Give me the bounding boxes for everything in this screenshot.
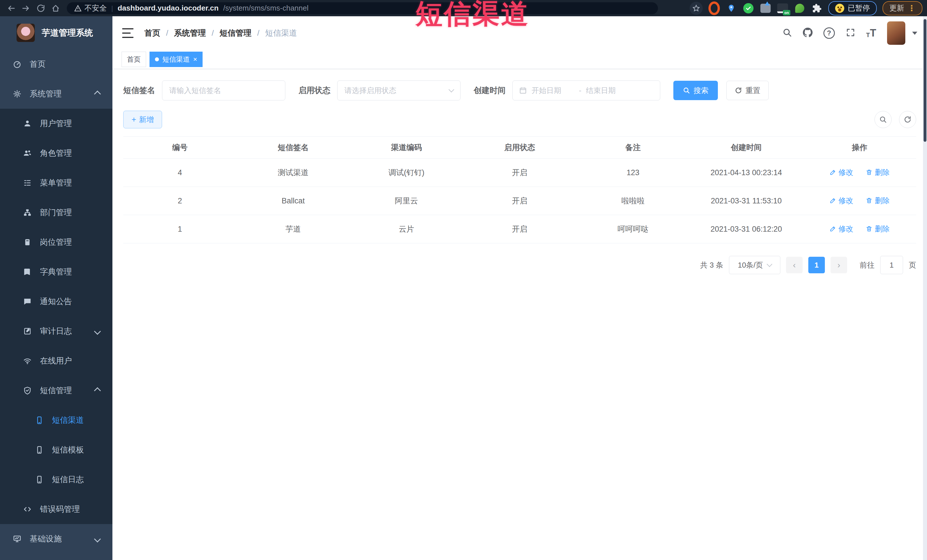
sidebar-item-system[interactable]: 系统管理 — [0, 79, 112, 109]
font-size-icon[interactable]: TT — [866, 28, 876, 38]
url-host: dashboard.yudao.iocoder.cn — [117, 4, 219, 12]
breadcrumb-system[interactable]: 系统管理 — [174, 28, 206, 38]
table-toolbar: 新增 — [123, 111, 916, 128]
extensions-puzzle-icon[interactable] — [811, 3, 822, 14]
reset-button[interactable]: 重置 — [726, 81, 769, 100]
browser-update-button[interactable]: 更新 — [883, 1, 922, 15]
browser-extensions-area: on 已暂停 更新 — [660, 1, 922, 15]
toggle-search-button[interactable] — [874, 111, 892, 128]
search-icon — [683, 87, 690, 94]
sidebar-item-dicts[interactable]: 字典管理 — [0, 257, 112, 287]
refresh-table-button[interactable] — [899, 111, 916, 128]
breadcrumb-home[interactable]: 首页 — [144, 28, 160, 38]
table-row: 2 Ballcat 阿里云 开启 啦啦啦 2021-03-31 11:53:10… — [123, 187, 916, 215]
extension-switch-icon[interactable]: on — [777, 3, 788, 14]
overlay-page-title: 短信渠道 — [415, 0, 530, 29]
next-page-button[interactable] — [831, 257, 847, 273]
sidebar-item-posts[interactable]: 岗位管理 — [0, 228, 112, 257]
security-warning[interactable]: 不安全 — [74, 3, 107, 13]
extension-check-icon[interactable] — [743, 3, 754, 14]
sidebar-collapse-icon[interactable] — [122, 28, 134, 38]
help-icon[interactable] — [824, 27, 835, 39]
address-bar[interactable]: 不安全 | dashboard.yudao.iocoder.cn/system/… — [67, 2, 658, 14]
user-avatar[interactable] — [887, 21, 905, 45]
bookmark-star-icon[interactable] — [690, 2, 703, 15]
total-count: 共 3 条 — [700, 260, 723, 270]
goto-page-input[interactable] — [880, 256, 903, 274]
badge-icon — [23, 238, 32, 247]
sidebar-item-depts[interactable]: 部门管理 — [0, 198, 112, 228]
sidebar-item-notices[interactable]: 通知公告 — [0, 287, 112, 316]
status-placeholder: 请选择启用状态 — [344, 86, 396, 96]
tab-sms-channel[interactable]: 短信渠道 — [149, 52, 202, 67]
prev-page-button[interactable] — [786, 257, 802, 273]
breadcrumb-separator: / — [166, 29, 168, 38]
date-range-picker[interactable]: - — [512, 80, 660, 100]
navbar-actions: TT — [782, 21, 917, 45]
browser-forward-button[interactable] — [20, 2, 32, 15]
extension-leaf-icon[interactable] — [794, 3, 805, 14]
select-caret-icon — [767, 261, 772, 267]
status-select[interactable]: 请选择启用状态 — [337, 80, 460, 100]
sidebar-item-sms-template[interactable]: 短信模板 — [0, 435, 112, 465]
browser-menu-icon[interactable] — [907, 3, 916, 13]
profile-paused-chip[interactable]: 已暂停 — [828, 1, 877, 15]
url-path: /system/sms/sms-channel — [223, 4, 308, 12]
scrollbar-thumb[interactable] — [924, 19, 926, 142]
col-actions: 操作 — [803, 137, 916, 159]
sidebar-item-infra[interactable]: 基础设施 — [0, 524, 112, 554]
log-edit-icon — [23, 327, 32, 336]
sidebar-item-sms[interactable]: 短信管理 — [0, 376, 112, 405]
message-icon — [23, 297, 32, 306]
sign-input[interactable] — [162, 80, 285, 100]
sidebar-item-error-codes[interactable]: 错误码管理 — [0, 495, 112, 524]
extension-ubuntu-icon[interactable] — [708, 3, 720, 14]
delete-link[interactable]: 删除 — [866, 224, 890, 234]
github-icon[interactable] — [803, 28, 813, 38]
sign-label: 短信签名 — [123, 85, 155, 96]
system-submenu: 用户管理 角色管理 菜单管理 — [0, 109, 112, 524]
sidebar-item-menus[interactable]: 菜单管理 — [0, 168, 112, 198]
sidebar-item-sms-log[interactable]: 短信日志 — [0, 465, 112, 495]
edit-link[interactable]: 修改 — [830, 167, 853, 178]
sidebar-item-home[interactable]: 首页 — [0, 49, 112, 79]
sidebar-item-audit-logs[interactable]: 审计日志 — [0, 316, 112, 346]
tab-close-icon[interactable] — [193, 56, 197, 63]
extension-location-pin-icon[interactable] — [726, 3, 737, 14]
col-code: 渠道编码 — [350, 137, 463, 159]
active-tab-dot-icon — [155, 57, 159, 61]
page-1-button[interactable]: 1 — [808, 257, 825, 273]
add-button[interactable]: 新增 — [123, 111, 162, 128]
fullscreen-icon[interactable] — [846, 28, 856, 38]
breadcrumb-sms[interactable]: 短信管理 — [220, 28, 252, 38]
breadcrumb-separator: / — [212, 29, 214, 38]
paused-label: 已暂停 — [848, 3, 870, 13]
wifi-icon — [23, 356, 32, 366]
browser-reload-button[interactable] — [34, 2, 47, 15]
gear-icon — [12, 89, 22, 99]
browser-back-button[interactable] — [5, 2, 18, 15]
book-icon — [23, 267, 32, 276]
phone-icon — [35, 475, 44, 484]
date-start-input[interactable] — [531, 86, 575, 95]
extension-downloads-icon[interactable] — [760, 3, 771, 14]
delete-link[interactable]: 删除 — [866, 167, 890, 178]
search-button[interactable]: 搜索 — [673, 81, 718, 100]
page-size-select[interactable]: 10条/页 — [729, 256, 780, 274]
edit-link[interactable]: 修改 — [830, 196, 853, 206]
header-search-icon[interactable] — [782, 28, 792, 38]
sidebar-item-online-users[interactable]: 在线用户 — [0, 346, 112, 376]
sidebar-item-users[interactable]: 用户管理 — [0, 109, 112, 138]
avatar-caret-icon[interactable] — [912, 32, 917, 35]
date-end-input[interactable] — [585, 86, 629, 95]
edit-link[interactable]: 修改 — [830, 224, 853, 234]
browser-home-button[interactable] — [49, 2, 62, 15]
screen: 不安全 | dashboard.yudao.iocoder.cn/system/… — [0, 0, 927, 560]
tab-home[interactable]: 首页 — [122, 52, 146, 67]
sidebar-item-roles[interactable]: 角色管理 — [0, 138, 112, 168]
warning-icon — [74, 5, 82, 12]
users-group-icon — [23, 149, 32, 158]
sidebar-item-sms-channel[interactable]: 短信渠道 — [0, 405, 112, 435]
delete-link[interactable]: 删除 — [866, 196, 890, 206]
col-created: 创建时间 — [690, 137, 803, 159]
